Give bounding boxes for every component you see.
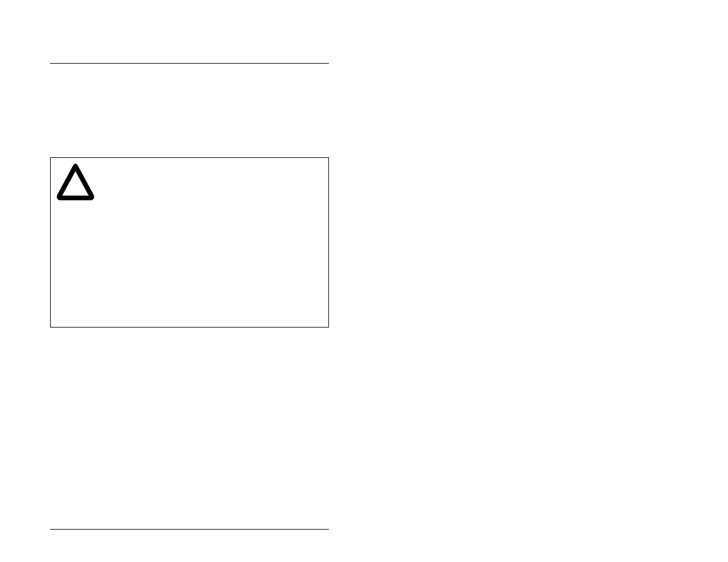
document-page <box>0 0 728 562</box>
bottom-horizontal-rule <box>50 529 329 530</box>
caution-triangle-icon <box>55 162 96 202</box>
caution-box <box>50 157 329 328</box>
top-horizontal-rule <box>50 63 329 64</box>
